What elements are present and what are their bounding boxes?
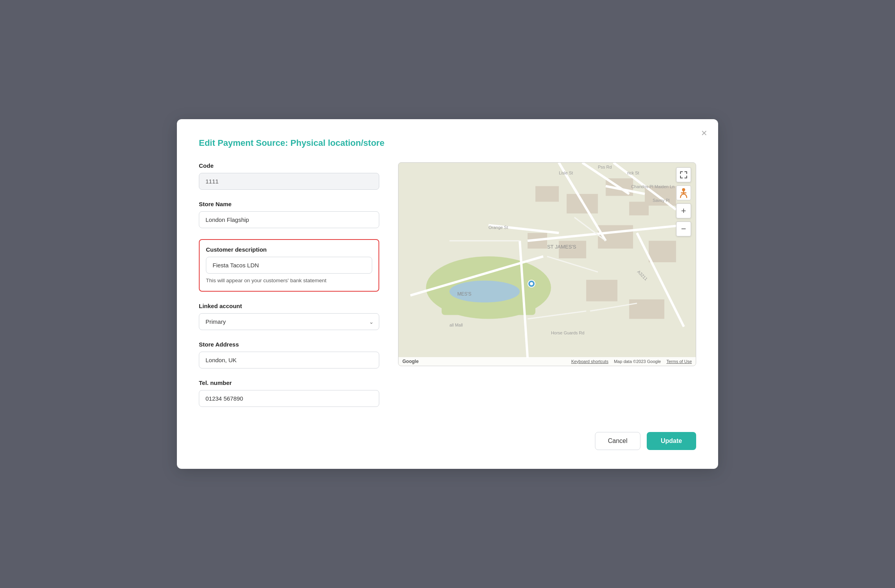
map-data-label: Map data ©2023 Google	[614, 359, 661, 364]
linked-account-select[interactable]: Primary Secondary	[199, 313, 379, 330]
fullscreen-button[interactable]	[676, 167, 691, 182]
svg-text:rick St: rick St	[627, 171, 639, 175]
modal-body: Code Store Name Customer description Thi…	[199, 162, 696, 418]
svg-text:Chandos Pl  Maiden Ln: Chandos Pl Maiden Ln	[631, 184, 675, 189]
minus-icon: −	[681, 224, 686, 234]
svg-text:MES'S: MES'S	[457, 291, 471, 297]
map-footer: Google Keyboard shortcuts Map data ©2023…	[398, 357, 696, 366]
store-name-field-group: Store Name	[199, 201, 379, 228]
store-address-field-group: Store Address	[199, 341, 379, 368]
code-input[interactable]	[199, 173, 379, 190]
customer-description-label: Customer description	[206, 246, 372, 253]
svg-text:Savoy Pl: Savoy Pl	[653, 198, 669, 202]
svg-text:Orange St: Orange St	[489, 225, 508, 230]
modal-footer: Cancel Update	[199, 432, 696, 450]
customer-description-input[interactable]	[206, 257, 372, 274]
tel-number-field-group: Tel. number	[199, 379, 379, 407]
modal-overlay: × Edit Payment Source: Physical location…	[0, 0, 895, 588]
zoom-out-button[interactable]: −	[676, 221, 691, 236]
code-field-group: Code	[199, 162, 379, 190]
map-controls: + −	[676, 167, 691, 236]
keyboard-shortcuts-link[interactable]: Keyboard shortcuts	[571, 359, 608, 364]
form-section: Code Store Name Customer description Thi…	[199, 162, 379, 418]
svg-text:Horse Guards Rd: Horse Guards Rd	[551, 330, 584, 335]
svg-text:Pss Rd: Pss Rd	[598, 165, 612, 169]
svg-rect-12	[649, 241, 676, 262]
customer-description-box: Customer description This will appear on…	[199, 239, 379, 292]
linked-account-select-wrapper: Primary Secondary ⌄	[199, 313, 379, 330]
plus-icon: +	[681, 206, 686, 216]
close-button[interactable]: ×	[701, 128, 707, 138]
tel-number-input[interactable]	[199, 390, 379, 407]
svg-rect-14	[629, 299, 664, 319]
customer-description-hint: This will appear on your customers' bank…	[206, 277, 372, 285]
linked-account-field-group: Linked account Primary Secondary ⌄	[199, 303, 379, 330]
google-logo: Google	[402, 359, 418, 364]
store-name-label: Store Name	[199, 201, 379, 207]
svg-text:all Mall: all Mall	[449, 323, 463, 327]
map-svg: ST JAMES'S MES'S all Mall Horse Guards R…	[398, 163, 696, 366]
store-name-input[interactable]	[199, 211, 379, 228]
linked-account-label: Linked account	[199, 303, 379, 309]
svg-text:ST JAMES'S: ST JAMES'S	[547, 244, 576, 250]
update-button[interactable]: Update	[647, 432, 696, 450]
cancel-button[interactable]: Cancel	[595, 432, 640, 450]
modal-title: Edit Payment Source: Physical location/s…	[199, 138, 696, 148]
svg-point-42	[530, 282, 533, 285]
terms-of-use-link[interactable]: Terms of Use	[666, 359, 692, 364]
map-section: ST JAMES'S MES'S all Mall Horse Guards R…	[398, 162, 696, 418]
map-container[interactable]: ST JAMES'S MES'S all Mall Horse Guards R…	[398, 162, 696, 366]
svg-text:Lisle St: Lisle St	[559, 171, 573, 175]
tel-number-label: Tel. number	[199, 379, 379, 386]
svg-rect-13	[586, 280, 618, 301]
zoom-in-button[interactable]: +	[676, 203, 691, 218]
edit-payment-source-modal: × Edit Payment Source: Physical location…	[177, 119, 718, 469]
svg-rect-4	[535, 186, 559, 202]
street-view-button[interactable]	[676, 185, 691, 200]
store-address-label: Store Address	[199, 341, 379, 348]
code-label: Code	[199, 162, 379, 169]
store-address-input[interactable]	[199, 352, 379, 368]
